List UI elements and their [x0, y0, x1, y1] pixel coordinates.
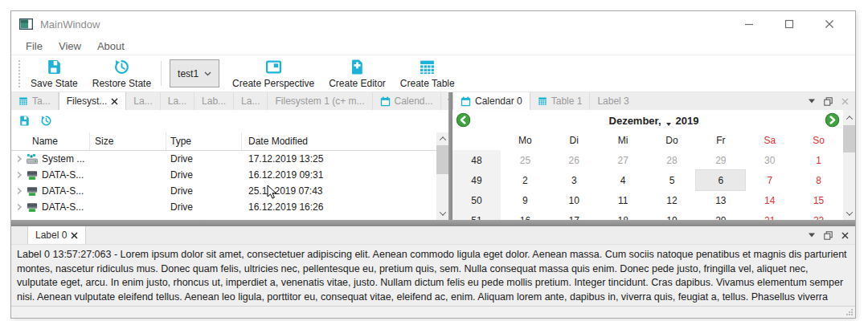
day-cell[interactable]: 30 — [745, 150, 794, 170]
day-cell[interactable]: 11 — [599, 190, 648, 210]
tab-label: La... — [241, 95, 260, 107]
table-row[interactable]: DATA-S... Drive 16.12.2019 09:31 — [11, 167, 436, 183]
tab-calendar[interactable]: Calend... — [373, 92, 441, 110]
tab-label-d[interactable]: La... — [234, 92, 268, 110]
next-month-button[interactable] — [825, 112, 840, 128]
tab-list-dropdown-icon[interactable] — [809, 233, 815, 238]
close-icon[interactable] — [111, 98, 118, 105]
day-cell[interactable]: 19 — [648, 210, 697, 220]
save-icon[interactable] — [18, 115, 31, 127]
scroll-up-icon[interactable] — [843, 112, 855, 124]
tab-calendar-0[interactable]: Calendar 0 — [452, 92, 530, 110]
day-cell[interactable]: 28 — [648, 150, 697, 170]
scroll-up-icon[interactable] — [436, 132, 448, 145]
toolbar-drag-handle[interactable] — [18, 59, 21, 87]
tab-label-c[interactable]: Lab... — [194, 92, 234, 110]
float-panel-icon[interactable] — [824, 97, 833, 106]
day-cell[interactable]: 21 — [745, 210, 794, 220]
scroll-down-icon[interactable] — [843, 207, 855, 220]
maximize-button[interactable] — [784, 19, 794, 29]
filesystem-dock-panel: Ta... Filesyst... La... La... Lab... La.… — [11, 92, 448, 220]
month-dropdown-icon[interactable] — [666, 123, 671, 126]
day-cell[interactable]: 3 — [550, 170, 599, 190]
restore-history-icon[interactable] — [40, 115, 52, 127]
create-editor-button[interactable]: Create Editor — [321, 55, 393, 91]
day-cell[interactable]: 18 — [599, 210, 648, 220]
day-cell[interactable]: 8 — [794, 170, 843, 190]
previous-month-button[interactable] — [456, 112, 471, 128]
tab-list-dropdown-icon[interactable] — [809, 99, 815, 104]
tab-label-b[interactable]: La... — [161, 92, 194, 110]
day-cell[interactable]: 12 — [648, 190, 697, 210]
day-cell[interactable]: 14 — [745, 190, 794, 210]
close-button[interactable] — [825, 19, 834, 29]
tab-filesystem-1[interactable]: Filesystem 1 (c+ m... — [268, 92, 372, 110]
table-row[interactable]: DATA-S... Drive 25.11.2019 07:43 — [11, 183, 436, 199]
tab-label-a[interactable]: La... — [126, 92, 160, 110]
scrollbar-thumb[interactable] — [843, 125, 855, 152]
title-bar[interactable]: MainWindow — [11, 11, 855, 37]
day-cell[interactable]: 29 — [696, 150, 745, 170]
day-cell[interactable]: 7 — [745, 170, 794, 190]
file-table-scrollbar[interactable] — [436, 132, 448, 220]
restore-state-button[interactable]: Restore State — [85, 55, 158, 91]
save-state-button[interactable]: Save State — [23, 55, 85, 91]
table-grid-icon — [538, 96, 547, 106]
horizontal-splitter[interactable] — [11, 220, 855, 226]
calendar-scrollbar[interactable] — [843, 110, 855, 220]
day-cell[interactable]: 9 — [501, 190, 550, 210]
close-panel-icon[interactable] — [841, 232, 849, 239]
week-row: 48 25 26 27 28 29 30 1 — [452, 150, 843, 170]
scrollbar-thumb[interactable] — [436, 145, 448, 174]
combobox-value: test1 — [178, 68, 199, 79]
menu-file[interactable]: File — [18, 40, 51, 52]
close-panel-icon[interactable] — [841, 98, 849, 105]
float-panel-icon[interactable] — [824, 231, 833, 240]
day-cell[interactable]: 10 — [550, 190, 599, 210]
day-cell[interactable]: 2 — [501, 170, 550, 190]
tab-label-3[interactable]: Label 3 — [590, 92, 636, 110]
day-cell[interactable]: 13 — [696, 190, 745, 210]
tab-label-0[interactable]: Label 0 — [27, 226, 86, 244]
day-cell[interactable]: 5 — [648, 170, 697, 190]
column-header-name[interactable]: Name — [11, 132, 90, 150]
day-cell[interactable]: 22 — [794, 210, 843, 220]
expand-chevron-icon[interactable] — [17, 203, 23, 211]
expand-chevron-icon[interactable] — [17, 171, 23, 179]
scroll-down-icon[interactable] — [436, 207, 448, 220]
label-dock-panel: Label 0 Label 0 13:57:27:063 - Lorem ips… — [11, 226, 855, 306]
table-row[interactable]: DATA-S... Drive 16.12.2019 16:26 — [11, 199, 436, 215]
year-label[interactable]: 2019 — [676, 115, 699, 127]
system-drive-icon — [26, 153, 39, 165]
day-cell-selected[interactable]: 6 — [696, 170, 745, 190]
day-cell[interactable]: 16 — [501, 210, 550, 220]
save-state-label: Save State — [31, 78, 78, 89]
column-header-type[interactable]: Type — [166, 132, 242, 150]
menu-view[interactable]: View — [51, 40, 89, 52]
expand-chevron-icon[interactable] — [17, 155, 23, 163]
perspective-combobox[interactable]: test1 — [170, 59, 219, 87]
column-header-size[interactable]: Size — [90, 132, 166, 150]
day-cell[interactable]: 27 — [599, 150, 648, 170]
month-label[interactable]: Dezember, — [609, 115, 661, 127]
tab-filesystem-active[interactable]: Filesyst... — [59, 92, 127, 110]
column-header-date-modified[interactable]: Date Modified — [242, 132, 436, 150]
resize-grip-icon[interactable] — [845, 308, 854, 316]
create-perspective-button[interactable]: Create Perspective — [225, 55, 321, 91]
day-cell[interactable]: 4 — [599, 170, 648, 190]
day-cell[interactable]: 15 — [794, 190, 843, 210]
day-cell[interactable]: 25 — [501, 150, 550, 170]
expand-chevron-icon[interactable] — [17, 187, 23, 195]
menu-about[interactable]: About — [89, 40, 133, 52]
day-cell[interactable]: 17 — [550, 210, 599, 220]
close-icon[interactable] — [71, 232, 78, 239]
minimize-button[interactable] — [744, 19, 754, 29]
create-table-button[interactable]: Create Table — [393, 55, 462, 91]
table-row[interactable]: System ... Drive 17.12.2019 13:25 — [11, 151, 436, 167]
tab-table-1[interactable]: Table 1 — [530, 92, 591, 110]
day-cell[interactable]: 1 — [794, 150, 843, 170]
month-year-title[interactable]: Dezember, 2019 — [609, 115, 699, 127]
day-cell[interactable]: 26 — [550, 150, 599, 170]
tab-table-0[interactable]: Ta... — [11, 92, 59, 110]
day-cell[interactable]: 20 — [696, 210, 745, 220]
